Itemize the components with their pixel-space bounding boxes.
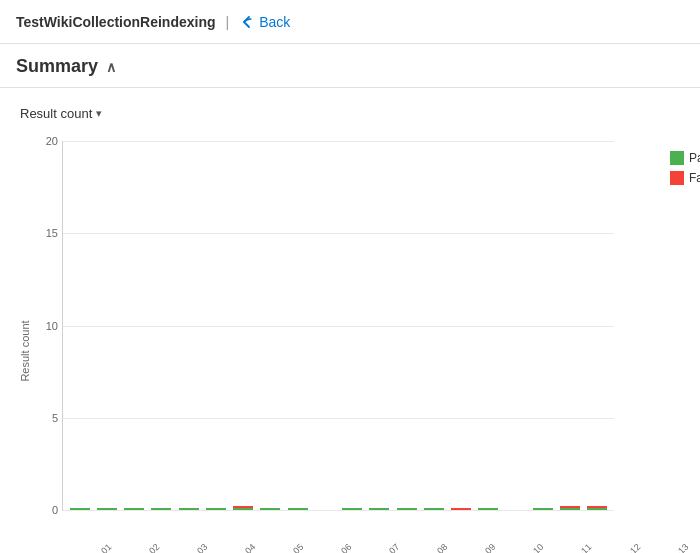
back-icon	[239, 14, 255, 30]
summary-label: Summary	[16, 56, 98, 77]
bar-group-2018-08-04	[149, 508, 174, 510]
bar-passed-2018-08-13	[397, 508, 417, 510]
bar-passed-2018-08-02	[97, 508, 117, 510]
back-label: Back	[259, 14, 290, 30]
y-tick-15: 15	[33, 227, 58, 239]
bar-passed-2018-08-03	[124, 508, 144, 510]
bars-area	[63, 141, 614, 510]
bar-group-2018-08-05	[176, 508, 201, 510]
chart-area: Result count 20 15 10 5	[24, 131, 674, 553]
bar-group-2018-08-10	[312, 508, 337, 510]
bar-passed-2018-08-18	[533, 508, 553, 510]
bar-group-2018-08-02	[94, 508, 119, 510]
bar-group-2018-08-12	[367, 508, 392, 510]
bar-passed-2018-08-09	[288, 508, 308, 510]
bar-group-2018-08-17	[503, 508, 528, 510]
chart-inner: 20 15 10 5 0	[62, 141, 614, 511]
y-tick-20: 20	[33, 135, 58, 147]
legend-passed-label: Passed	[689, 151, 700, 165]
bar-passed-2018-08-14	[424, 508, 444, 510]
bar-group-2018-08-13	[394, 508, 419, 510]
legend-failed: Failed	[670, 171, 700, 185]
legend-failed-color	[670, 171, 684, 185]
bar-group-2018-08-15	[449, 508, 474, 510]
y-tick-5: 5	[33, 412, 58, 424]
y-tick-10: 10	[33, 320, 58, 332]
legend-passed-color	[670, 151, 684, 165]
bar-failed-2018-08-15	[451, 508, 471, 510]
y-tick-0: 0	[33, 504, 58, 516]
bar-group-2018-08-16	[476, 508, 501, 510]
result-count-dropdown[interactable]: Result count ▾	[16, 104, 106, 123]
page-title: TestWikiCollectionReindexing	[16, 14, 216, 30]
bar-group-2018-08-18	[530, 508, 555, 510]
grid-line-0: 0	[63, 510, 614, 511]
bar-passed-2018-08-06	[206, 508, 226, 510]
y-axis-label: Result count	[19, 320, 31, 381]
bar-passed-2018-08-20	[587, 508, 607, 510]
bar-group-2018-08-09	[285, 508, 310, 510]
bar-passed-2018-08-07	[233, 508, 253, 510]
dropdown-chevron-icon: ▾	[96, 107, 102, 120]
bar-passed-2018-08-19	[560, 508, 580, 510]
summary-section: Summary ∧	[0, 44, 700, 88]
legend: Passed Failed	[670, 151, 700, 185]
bar-group-2018-08-01	[67, 508, 92, 510]
result-count-label: Result count	[20, 106, 92, 121]
bar-group-2018-08-06	[203, 508, 228, 510]
bar-passed-2018-08-08	[260, 508, 280, 510]
bar-group-2018-08-14	[421, 508, 446, 510]
bar-group-2018-08-08	[258, 508, 283, 510]
bar-group-2018-08-11	[340, 508, 365, 510]
legend-failed-label: Failed	[689, 171, 700, 185]
bar-passed-2018-08-05	[179, 508, 199, 510]
header-separator: |	[226, 14, 230, 30]
bar-passed-2018-08-12	[369, 508, 389, 510]
chart-container: Result count ▾ Result count 20 15 10	[0, 88, 700, 553]
bar-group-2018-08-03	[122, 508, 147, 510]
back-button[interactable]: Back	[239, 14, 290, 30]
chevron-up-icon[interactable]: ∧	[106, 59, 116, 75]
page-header: TestWikiCollectionReindexing | Back	[0, 0, 700, 44]
bar-group-2018-08-07	[231, 506, 256, 510]
bar-passed-2018-08-04	[151, 508, 171, 510]
bar-group-2018-08-20	[585, 506, 610, 510]
bar-passed-2018-08-01	[70, 508, 90, 510]
bar-passed-2018-08-16	[478, 508, 498, 510]
summary-header: Summary ∧	[16, 56, 684, 87]
bar-passed-2018-08-11	[342, 508, 362, 510]
bar-group-2018-08-19	[558, 506, 583, 510]
legend-passed: Passed	[670, 151, 700, 165]
